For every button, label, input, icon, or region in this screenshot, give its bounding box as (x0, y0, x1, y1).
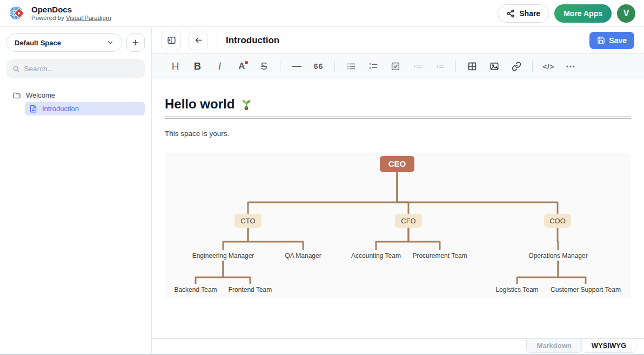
task-list-button[interactable] (388, 59, 403, 74)
org-connector (223, 261, 250, 284)
task-list-icon (391, 62, 400, 71)
blockquote-button[interactable]: 66 (311, 59, 326, 74)
toolbar-divider (455, 60, 456, 72)
add-space-button[interactable] (126, 33, 145, 52)
indent-icon (413, 62, 422, 71)
visual-paradigm-link[interactable]: Visual Paradigm (66, 15, 111, 21)
org-connector (248, 228, 303, 250)
org-connector (397, 172, 408, 214)
bold-button[interactable]: B (190, 59, 205, 74)
org-label-cfo: CFO (401, 217, 415, 225)
org-label-qa: QA Manager (285, 252, 321, 260)
org-label-proc: Procurement Team (412, 252, 467, 260)
tree-item-introduction[interactable]: Introduction (25, 102, 145, 115)
code-button[interactable]: </> (541, 59, 556, 74)
formatting-toolbar: H B I A S 66 12 (152, 54, 644, 79)
tree-item-label: Introduction (42, 105, 79, 113)
search-box[interactable] (6, 59, 145, 78)
indent-button (410, 59, 425, 74)
space-selector-value: Default Space (15, 39, 61, 47)
sidebar: Default Space Welcome Introduction (0, 27, 152, 354)
horizontal-rule-button[interactable] (289, 59, 304, 74)
save-icon (597, 36, 605, 44)
org-connector (558, 228, 558, 250)
app-window: OpenDocs Powered by Visual Paradigm Shar… (0, 0, 644, 355)
share-label: Share (519, 9, 540, 18)
image-icon (489, 62, 499, 71)
opendocs-logo-icon (9, 5, 26, 22)
search-input[interactable] (24, 65, 139, 73)
tree-item-welcome[interactable]: Welcome (6, 88, 145, 102)
folder-icon (12, 91, 21, 100)
org-connector (397, 172, 558, 214)
toolbar-divider (280, 60, 280, 72)
org-connector (517, 261, 558, 284)
heading-button[interactable]: H (168, 59, 183, 74)
org-connector (558, 261, 586, 284)
powered-by-prefix: Powered by (31, 15, 64, 21)
org-connector (248, 172, 397, 214)
search-icon (12, 65, 20, 73)
font-color-button[interactable]: A (234, 59, 249, 74)
org-label-cto: CTO (240, 217, 255, 225)
image-button[interactable] (487, 59, 501, 74)
org-label-backend: Backend Team (174, 286, 217, 293)
powered-by: Powered by Visual Paradigm (31, 15, 111, 22)
org-connector (376, 228, 408, 250)
outdent-icon (435, 62, 445, 71)
ordered-list-icon: 12 (368, 62, 378, 71)
share-button[interactable]: Share (498, 4, 549, 23)
outdent-button (432, 59, 447, 74)
link-icon (512, 62, 521, 71)
arrow-left-icon (194, 36, 203, 45)
editor-content[interactable]: Hello world This space is yours. CEOCTOC… (152, 79, 644, 338)
org-label-support: Customer Support Team (551, 286, 621, 293)
org-label-ops: Operations Manager (528, 252, 587, 260)
app-header: OpenDocs Powered by Visual Paradigm Shar… (0, 0, 644, 27)
plus-icon (131, 38, 140, 47)
org-connector (223, 228, 248, 250)
org-label-acct: Accounting Team (351, 252, 401, 260)
save-label: Save (609, 36, 627, 45)
link-button[interactable] (509, 59, 524, 74)
doc-heading: Hello world (165, 97, 631, 112)
share-icon (506, 9, 515, 18)
seedling-emoji-icon (240, 98, 253, 111)
more-apps-button[interactable]: More Apps (554, 4, 612, 23)
strikethrough-button[interactable]: S (257, 59, 271, 74)
divider (217, 34, 217, 47)
bullet-list-button[interactable] (344, 59, 358, 74)
table-icon (467, 62, 477, 71)
more-options-button[interactable]: ⋯ (564, 59, 578, 74)
space-selector[interactable]: Default Space (6, 33, 122, 52)
save-button[interactable]: Save (589, 32, 634, 49)
brand-block: OpenDocs Powered by Visual Paradigm (31, 5, 111, 21)
toolbar-divider (532, 60, 533, 72)
org-label-eng: Engineering Manager (192, 252, 254, 260)
org-label-frontend: Frontend Team (229, 286, 272, 293)
horizontal-rule-icon (292, 66, 301, 67)
italic-button[interactable]: I (212, 59, 227, 74)
doc-paragraph: This space is yours. (165, 129, 631, 138)
back-button[interactable] (189, 31, 208, 50)
tab-wysiwyg[interactable]: WYSIWYG (581, 339, 636, 353)
table-button[interactable] (465, 59, 479, 74)
tree-item-label: Welcome (26, 91, 55, 99)
tab-markdown[interactable]: Markdown (526, 339, 581, 353)
document-icon (29, 105, 37, 113)
heading-underline (165, 117, 631, 119)
doc-heading-text: Hello world (165, 97, 234, 112)
svg-text:2: 2 (369, 66, 371, 70)
org-label-ceo: CEO (388, 159, 406, 168)
ordered-list-button[interactable]: 12 (366, 59, 380, 74)
org-connector (196, 261, 223, 284)
toolbar-divider (334, 60, 335, 72)
page-title: Introduction (226, 35, 279, 46)
org-label-logi: Logistics Team (495, 286, 538, 293)
editor-mode-bar: Markdown WYSIWYG (152, 338, 644, 354)
bullet-list-icon (346, 62, 356, 71)
user-avatar[interactable]: V (617, 4, 635, 23)
toggle-sidebar-button[interactable] (162, 31, 181, 50)
org-label-coo: COO (549, 217, 566, 225)
org-chart-svg: CEOCTOCFOCOOEngineering ManagerQA Manage… (165, 153, 630, 298)
